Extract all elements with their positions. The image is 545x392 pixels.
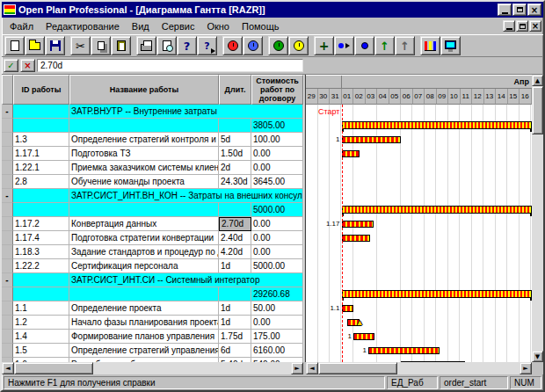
cell-id[interactable]: 1.1 — [13, 301, 69, 316]
cell-duration[interactable] — [219, 119, 251, 133]
gantt-scroll-right-button[interactable]: ► — [520, 362, 532, 374]
cell-id[interactable]: 1.3 — [13, 133, 69, 147]
child-restore-button[interactable] — [516, 20, 528, 32]
cell-id[interactable]: 2.8 — [13, 175, 69, 189]
cell-duration[interactable]: 6d — [219, 344, 251, 358]
cell-name[interactable]: Обучение команды проекта — [69, 175, 219, 189]
gantt-scroll-left-button[interactable]: ◄ — [306, 362, 318, 374]
table-row[interactable]: 1.22.1Приемка заказчиком системы клиент2… — [2, 161, 303, 175]
cell-duration[interactable]: 5d — [219, 133, 251, 147]
menu-item-4[interactable]: Окно — [200, 19, 236, 33]
cell-name[interactable]: Формирование планов управления — [69, 330, 219, 344]
cell-name[interactable] — [69, 287, 219, 301]
table-row[interactable]: 1.18.3Задание стандартов и процедур по д… — [2, 245, 303, 259]
table-row[interactable]: 1.4Формирование планов управления1.75d17… — [2, 330, 303, 344]
open-file-button[interactable] — [25, 36, 45, 55]
move-up-button[interactable]: ↑ — [374, 36, 395, 55]
cell-name[interactable]: Подготовка ТЗ — [69, 147, 219, 161]
promote-level-button[interactable]: ↑ — [395, 36, 415, 55]
cell-cost[interactable]: 3645.00 — [251, 175, 303, 189]
cell-duration[interactable]: 1d — [219, 316, 251, 330]
minimize-button[interactable] — [498, 4, 512, 16]
task-bar[interactable] — [342, 305, 354, 312]
cell-name[interactable] — [69, 203, 219, 217]
cell-cost[interactable]: 6160.00 — [251, 344, 303, 358]
cell-name[interactable]: Задание стандартов и процедур по д — [69, 245, 219, 259]
table-row[interactable]: 1.1Определение проекта1d50.00 — [2, 301, 303, 316]
cell-id[interactable]: 1.4 — [13, 330, 69, 344]
print-button[interactable] — [136, 36, 156, 55]
cancel-edit-button[interactable]: × — [20, 59, 35, 72]
column-header-id[interactable]: ID работы — [13, 75, 69, 105]
menu-item-1[interactable]: Редактирование — [40, 19, 126, 33]
cell-id[interactable]: 1.5 — [13, 344, 69, 358]
cell-duration[interactable]: 1d — [219, 301, 251, 316]
restore-button[interactable] — [512, 4, 527, 16]
table-row[interactable]: -ЗАТР.СИСТ_ИНТ.СИ -- Системный интеграто… — [2, 273, 303, 287]
scroll-down-button[interactable]: ▼ — [532, 351, 543, 362]
collapse-toggle[interactable]: - — [2, 273, 13, 287]
cell-cost[interactable]: 29260.68 — [251, 287, 303, 301]
scroll-up-button[interactable]: ▲ — [532, 75, 543, 86]
section-title[interactable]: ЗАТР.СИСТ_ИНТ.ВН_КОН -- Затраты на внешн… — [69, 189, 303, 203]
task-bar[interactable] — [368, 347, 440, 354]
cell-duration[interactable] — [219, 287, 251, 301]
task-bar[interactable] — [342, 150, 360, 157]
table-row[interactable]: 3805.00 — [2, 119, 303, 133]
link-activities-button[interactable] — [334, 36, 354, 55]
screen-view-button[interactable] — [440, 36, 461, 55]
cell-name[interactable]: Начало фазы планирования проекта — [69, 316, 219, 330]
table-scroll-thumb[interactable] — [14, 362, 93, 374]
schedule-analysis-button[interactable] — [243, 36, 263, 55]
cell-cost[interactable]: 5000.00 — [251, 259, 303, 273]
column-header-cost[interactable]: Стоимость работ по договору — [251, 75, 303, 105]
vertical-scroll-track[interactable] — [532, 86, 543, 351]
cell-id[interactable]: 1.17.2 — [13, 217, 69, 231]
task-bar[interactable] — [342, 235, 370, 242]
chart-view-button[interactable] — [420, 36, 440, 55]
cell-cost[interactable]: 5000.00 — [251, 203, 303, 217]
add-activity-button[interactable]: + — [314, 36, 334, 55]
title-bar[interactable]: Open Plan Professional - [Диаграмма Гант… — [2, 2, 543, 18]
cell-cost[interactable]: 0.00 — [251, 245, 303, 259]
table-row[interactable]: 1.5Определение стратегий управления и6d6… — [2, 344, 303, 358]
section-title[interactable]: ЗАТР.СИСТ_ИНТ.СИ -- Системный интегратор — [69, 273, 303, 287]
cell-id[interactable] — [13, 203, 69, 217]
cell-name[interactable]: Подготовка стратегии конвертации — [69, 231, 219, 245]
help-button[interactable]: ? — [177, 36, 197, 55]
cell-duration[interactable]: 1d — [219, 259, 251, 273]
cut-button[interactable]: ✂ — [70, 36, 91, 55]
table-row[interactable]: 1.3Определение стратегий контроля и отч5… — [2, 133, 303, 147]
table-row[interactable]: 29260.68 — [2, 287, 303, 301]
cell-id[interactable]: 1.22.2 — [13, 259, 69, 273]
table-row[interactable]: 1.17.1Подготовка ТЗ1.50d0.00 — [2, 147, 303, 161]
cell-cost[interactable]: 175.00 — [251, 330, 303, 344]
cell-id[interactable] — [13, 189, 69, 203]
cell-id[interactable]: 1.17.4 — [13, 231, 69, 245]
resource-analysis-button[interactable] — [268, 36, 288, 55]
cell-name[interactable]: Определение проекта — [69, 301, 219, 316]
summary-bar[interactable] — [342, 290, 532, 298]
task-bar[interactable] — [342, 221, 374, 228]
cell-cost[interactable]: 0.00 — [251, 147, 303, 161]
cell-id[interactable] — [13, 287, 69, 301]
cell-id[interactable]: 1.17.1 — [13, 147, 69, 161]
table-scroll-left-button[interactable]: ◄ — [2, 362, 14, 374]
cell-cost[interactable]: 50.00 — [251, 301, 303, 316]
cell-id[interactable] — [13, 119, 69, 133]
cell-cost[interactable]: 0.00 — [251, 161, 303, 175]
cost-analysis-button[interactable] — [288, 36, 309, 55]
cell-id[interactable]: 1.18.3 — [13, 245, 69, 259]
cell-name[interactable]: Определение стратегий управления и — [69, 344, 219, 358]
accept-edit-button[interactable]: ✓ — [4, 59, 18, 72]
cell-id[interactable]: 1.22.1 — [13, 161, 69, 175]
table-row[interactable]: 5000.00 — [2, 203, 303, 217]
time-now-button[interactable] — [222, 36, 243, 55]
cell-id[interactable] — [13, 105, 69, 119]
copy-button[interactable] — [91, 36, 111, 55]
unlink-activities-button[interactable] — [354, 36, 374, 55]
collapse-toggle[interactable]: - — [2, 189, 13, 203]
cell-cost[interactable]: 0.00 — [251, 217, 303, 231]
app-icon[interactable] — [4, 4, 16, 15]
cell-name[interactable]: Определение стратегий контроля и отч — [69, 133, 219, 147]
